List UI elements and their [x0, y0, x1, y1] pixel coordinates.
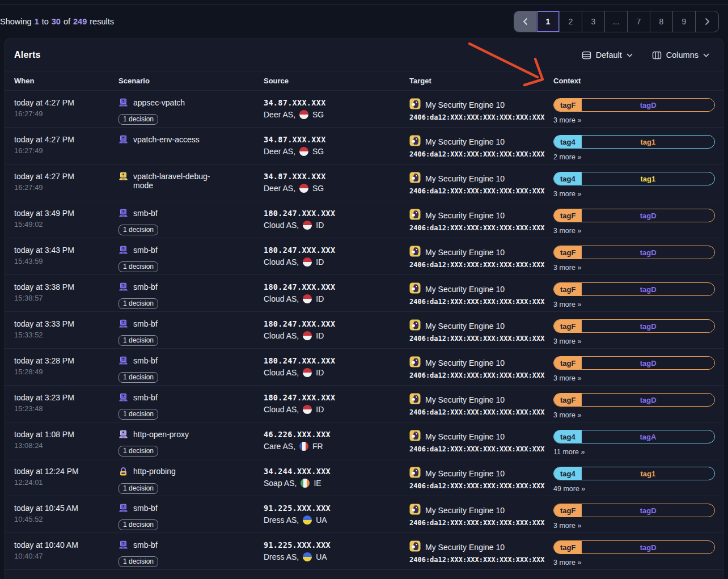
more-tags-link[interactable]: 11 more »	[553, 448, 715, 456]
context-tag-pill[interactable]: tag4 tag1	[553, 135, 715, 149]
decision-badge[interactable]: 1 decision	[118, 519, 158, 530]
context-tag-left[interactable]: tagF	[554, 320, 582, 332]
table-row[interactable]: today at 4:27 PM 16:27:49 vpatch-laravel…	[5, 164, 723, 201]
context-tag-right[interactable]: tagD	[582, 541, 714, 553]
context-tag-left[interactable]: tagF	[554, 357, 582, 369]
context-tag-right[interactable]: tagA	[582, 430, 714, 443]
table-row[interactable]: today at 10:40 AM 10:40:47 smb-bf 1 deci…	[5, 533, 723, 570]
context-tag-left[interactable]: tagF	[554, 99, 582, 111]
source-ip[interactable]: 46.226.XXX.XXX	[264, 430, 401, 439]
context-tag-left[interactable]: tag4	[554, 136, 582, 148]
column-header-context[interactable]: Context	[553, 77, 723, 85]
scenario-name[interactable]: vpatch-laravel-debug-mode	[133, 172, 224, 190]
decision-badge[interactable]: 1 decision	[118, 261, 158, 272]
table-row[interactable]: today at 1:08 PM 13:08:24 http-open-prox…	[5, 422, 723, 459]
pagination-page-button[interactable]: 3	[582, 11, 605, 32]
source-ip[interactable]: 34.244.XXX.XXX	[264, 467, 401, 476]
decision-badge[interactable]: 1 decision	[118, 225, 158, 235]
scenario-name[interactable]: smb-bf	[133, 540, 158, 550]
scenario-name[interactable]: smb-bf	[133, 282, 158, 291]
context-tag-right[interactable]: tagD	[582, 394, 714, 406]
decision-badge[interactable]: 1 decision	[118, 335, 158, 346]
more-tags-link[interactable]: 3 more »	[553, 264, 715, 272]
more-tags-link[interactable]: 3 more »	[553, 374, 715, 382]
decision-badge[interactable]: 1 decision	[118, 556, 158, 567]
source-ip[interactable]: 180.247.XXX.XXX	[264, 209, 401, 218]
pagination-ellipsis[interactable]: ...	[605, 11, 628, 32]
context-tag-pill[interactable]: tagF tagD	[553, 504, 715, 517]
context-tag-pill[interactable]: tagF tagD	[553, 393, 715, 407]
context-tag-pill[interactable]: tagF tagD	[553, 246, 715, 259]
context-tag-left[interactable]: tagF	[554, 246, 582, 259]
context-tag-left[interactable]: tag4	[554, 467, 582, 480]
context-tag-right[interactable]: tagD	[582, 283, 714, 295]
context-tag-right[interactable]: tagD	[582, 209, 714, 222]
source-ip[interactable]: 180.247.XXX.XXX	[264, 282, 401, 291]
view-selector-button[interactable]: Default	[582, 50, 633, 60]
pagination-next-button[interactable]	[696, 11, 718, 32]
scenario-name[interactable]: smb-bf	[133, 393, 158, 402]
column-header-when[interactable]: When	[14, 77, 118, 85]
more-tags-link[interactable]: 3 more »	[553, 559, 715, 567]
table-row[interactable]: today at 12:24 PM 12:24:01 http-probing …	[5, 459, 723, 496]
table-row[interactable]: today at 10:45 AM 10:45:52 smb-bf 1 deci…	[5, 496, 723, 533]
pagination-prev-button[interactable]	[514, 11, 537, 32]
context-tag-right[interactable]: tagD	[582, 99, 714, 111]
context-tag-right[interactable]: tag1	[582, 136, 714, 148]
more-tags-link[interactable]: 3 more »	[553, 337, 715, 345]
decision-badge[interactable]: 1 decision	[118, 298, 158, 309]
source-ip[interactable]: 34.87.XXX.XXX	[264, 98, 401, 107]
more-tags-link[interactable]: 3 more »	[553, 301, 715, 308]
more-tags-link[interactable]: 3 more »	[553, 227, 715, 235]
source-ip[interactable]: 180.247.XXX.XXX	[264, 393, 401, 402]
scenario-name[interactable]: smb-bf	[133, 504, 158, 513]
more-tags-link[interactable]: 2 more »	[553, 153, 715, 161]
table-row[interactable]: today at 3:49 PM 15:49:02 smb-bf 1 decis…	[5, 201, 723, 238]
context-tag-pill[interactable]: tagF tagD	[553, 209, 715, 222]
context-tag-pill[interactable]: tagF tagD	[553, 282, 715, 296]
table-row[interactable]: today at 3:23 PM 15:23:48 smb-bf 1 decis…	[5, 386, 723, 422]
source-ip[interactable]: 91.225.XXX.XXX	[264, 504, 401, 513]
context-tag-pill[interactable]: tag4 tagA	[553, 430, 715, 443]
context-tag-pill[interactable]: tag4 tag1	[553, 467, 715, 480]
source-ip[interactable]: 180.247.XXX.XXX	[264, 356, 401, 365]
context-tag-left[interactable]: tag4	[554, 172, 582, 185]
context-tag-right[interactable]: tagD	[582, 504, 714, 517]
table-row[interactable]: today at 3:43 PM 15:43:59 smb-bf 1 decis…	[5, 238, 723, 275]
decision-badge[interactable]: 1 decision	[118, 114, 158, 125]
column-header-target[interactable]: Target	[409, 77, 553, 85]
scenario-name[interactable]: vpatch-env-access	[133, 135, 200, 144]
table-row[interactable]: today at 4:27 PM 16:27:49 appsec-vpatch …	[5, 91, 723, 128]
pagination-page-button[interactable]: 1	[537, 11, 560, 32]
more-tags-link[interactable]: 3 more »	[553, 190, 715, 198]
scenario-name[interactable]: smb-bf	[133, 356, 158, 365]
decision-badge[interactable]: 1 decision	[118, 483, 158, 494]
context-tag-right[interactable]: tag1	[582, 172, 714, 185]
more-tags-link[interactable]: 49 more »	[553, 485, 715, 493]
context-tag-left[interactable]: tagF	[554, 209, 582, 222]
context-tag-right[interactable]: tagD	[582, 357, 714, 369]
table-row[interactable]: today at 3:33 PM 15:33:52 smb-bf 1 decis…	[5, 312, 723, 349]
context-tag-right[interactable]: tagD	[582, 246, 714, 259]
more-tags-link[interactable]: 3 more »	[553, 522, 715, 530]
context-tag-pill[interactable]: tag4 tag1	[553, 172, 715, 185]
context-tag-left[interactable]: tagF	[554, 504, 582, 517]
decision-badge[interactable]: 1 decision	[118, 372, 158, 383]
column-header-source[interactable]: Source	[264, 77, 409, 85]
decision-badge[interactable]: 1 decision	[118, 409, 158, 420]
context-tag-left[interactable]: tag4	[554, 430, 582, 443]
pagination-page-button[interactable]: 7	[628, 11, 650, 32]
scenario-name[interactable]: http-probing	[133, 467, 176, 476]
context-tag-left[interactable]: tagF	[554, 541, 582, 553]
decision-badge[interactable]: 1 decision	[118, 446, 158, 457]
more-tags-link[interactable]: 3 more »	[553, 411, 715, 419]
source-ip[interactable]: 34.87.XXX.XXX	[264, 172, 401, 181]
source-ip[interactable]: 180.247.XXX.XXX	[264, 246, 401, 255]
more-tags-link[interactable]: 3 more »	[553, 116, 715, 124]
table-row[interactable]: today at 3:38 PM 15:38:57 smb-bf 1 decis…	[5, 275, 723, 312]
context-tag-right[interactable]: tagD	[582, 320, 714, 332]
scenario-name[interactable]: smb-bf	[133, 246, 158, 255]
table-row[interactable]: today at 4:27 PM 16:27:49 vpatch-env-acc…	[5, 128, 723, 164]
scenario-name[interactable]: smb-bf	[133, 319, 158, 328]
context-tag-pill[interactable]: tagF tagD	[553, 98, 715, 112]
